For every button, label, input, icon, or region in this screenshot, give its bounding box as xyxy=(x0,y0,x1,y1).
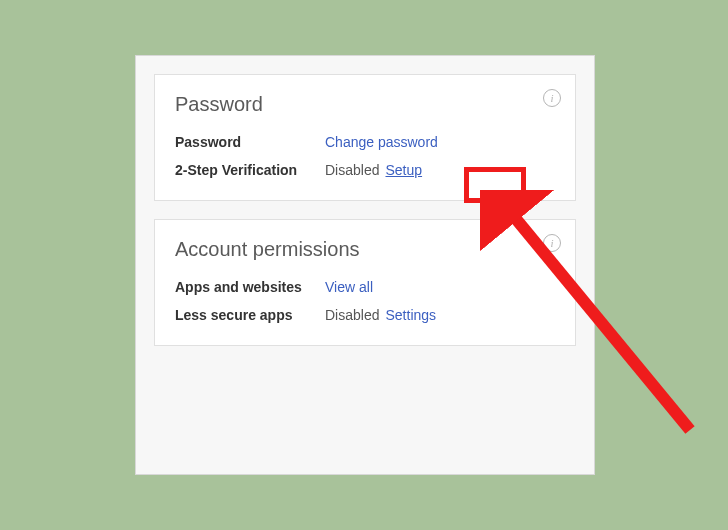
password-card-title: Password xyxy=(175,93,555,116)
two-step-label: 2-Step Verification xyxy=(175,162,325,178)
account-permissions-card: i Account permissions Apps and websites … xyxy=(154,219,576,346)
password-label: Password xyxy=(175,134,325,150)
settings-link[interactable]: Settings xyxy=(385,307,436,323)
change-password-link[interactable]: Change password xyxy=(325,134,438,150)
permissions-card-title: Account permissions xyxy=(175,238,555,261)
less-secure-status: Disabled xyxy=(325,307,379,323)
less-secure-label: Less secure apps xyxy=(175,307,325,323)
info-icon[interactable]: i xyxy=(543,234,561,252)
setup-link[interactable]: Setup xyxy=(385,162,422,178)
info-icon[interactable]: i xyxy=(543,89,561,107)
two-step-status: Disabled xyxy=(325,162,379,178)
view-all-link[interactable]: View all xyxy=(325,279,373,295)
two-step-row: 2-Step Verification Disabled Setup xyxy=(175,162,555,178)
settings-panel: i Password Password Change password 2-St… xyxy=(135,55,595,475)
password-card: i Password Password Change password 2-St… xyxy=(154,74,576,201)
password-row: Password Change password xyxy=(175,134,555,150)
apps-websites-label: Apps and websites xyxy=(175,279,325,295)
less-secure-apps-row: Less secure apps Disabled Settings xyxy=(175,307,555,323)
apps-websites-row: Apps and websites View all xyxy=(175,279,555,295)
